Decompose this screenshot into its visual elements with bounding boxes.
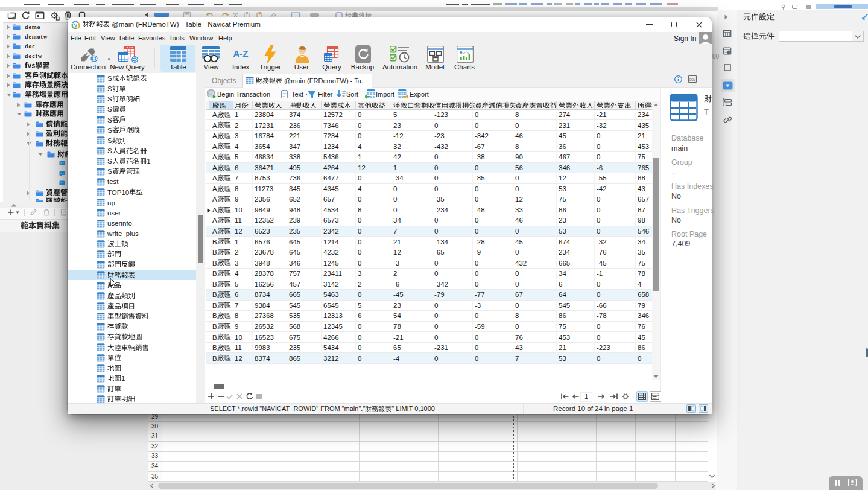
svg-text:DDL: DDL — [689, 78, 695, 81]
